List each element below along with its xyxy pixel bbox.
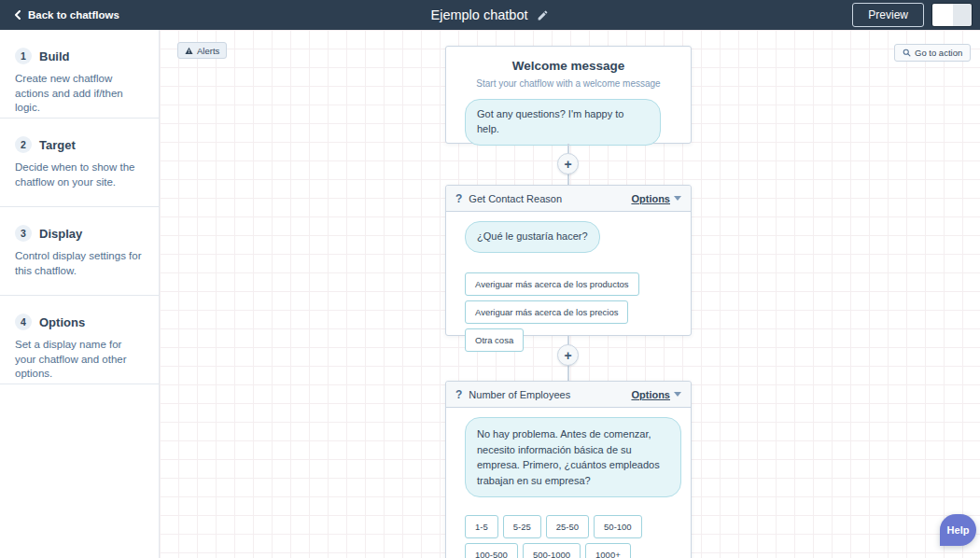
node-body: No hay problema. Antes de comenzar, nece… [446, 408, 691, 558]
step-title: Options [39, 315, 85, 329]
quick-reply-button[interactable]: 500-1000 [523, 543, 581, 558]
help-button[interactable]: Help [940, 514, 976, 546]
steps-sidebar: 1 Build Create new chatflow actions and … [0, 30, 160, 558]
alerts-label: Alerts [197, 46, 219, 56]
quick-reply-buttons: Averiguar más acerca de los productos Av… [465, 272, 681, 352]
add-action-button[interactable]: + [557, 344, 579, 366]
options-label: Options [631, 389, 670, 400]
quick-reply-button[interactable]: Otra cosa [465, 328, 524, 352]
back-label: Back to chatflows [28, 9, 119, 21]
step-title: Build [39, 49, 70, 63]
preview-button[interactable]: Preview [852, 3, 924, 27]
sidebar-step-build[interactable]: 1 Build Create new chatflow actions and … [0, 30, 159, 119]
back-to-chatflows-link[interactable]: Back to chatflows [13, 9, 119, 21]
quick-reply-button[interactable]: 1000+ [585, 543, 631, 558]
node-options-dropdown[interactable]: Options [631, 389, 681, 400]
quick-reply-button[interactable]: 100-500 [465, 543, 518, 558]
step-description: Set a display name for your chatflow and… [15, 338, 144, 382]
node-title: Get Contact Reason [469, 193, 562, 204]
warning-triangle-icon [185, 47, 193, 55]
quick-reply-button[interactable]: 25-50 [546, 515, 589, 538]
go-to-action-label: Go to action [915, 48, 962, 58]
alerts-button[interactable]: Alerts [177, 42, 227, 59]
quick-reply-button[interactable]: 5-25 [503, 515, 541, 538]
sidebar-step-target[interactable]: 2 Target Decide when to show the chatflo… [0, 119, 159, 207]
node-options-dropdown[interactable]: Options [631, 193, 681, 204]
quick-reply-button[interactable]: Averiguar más acerca de los precios [465, 300, 628, 324]
search-icon [903, 49, 911, 57]
chevron-left-icon [13, 10, 22, 20]
step-title: Display [39, 227, 82, 241]
welcome-chat-bubble[interactable]: Got any questions? I'm happy to help. [465, 99, 661, 146]
node-header: ? Get Contact Reason Options [446, 186, 691, 212]
step-description: Decide when to show the chatflow on your… [15, 160, 144, 189]
sidebar-step-display[interactable]: 3 Display Control display settings for t… [0, 207, 159, 296]
sidebar-step-options[interactable]: 4 Options Set a display name for your ch… [0, 296, 159, 384]
step-description: Create new chatflow actions and add if/t… [15, 72, 144, 116]
node-chat-bubble[interactable]: ¿Qué le gustaría hacer? [465, 221, 600, 253]
question-icon: ? [455, 388, 462, 401]
node-header: ? Number of Employees Options [446, 382, 691, 408]
node-body: ¿Qué le gustaría hacer? Averiguar más ac… [446, 212, 691, 352]
step-number-badge: 2 [15, 136, 32, 153]
go-to-action-button[interactable]: Go to action [894, 44, 971, 62]
node-number-of-employees[interactable]: ? Number of Employees Options No hay pro… [445, 381, 692, 558]
node-title: Number of Employees [469, 389, 570, 400]
toggle-knob [932, 4, 953, 26]
options-label: Options [631, 193, 670, 204]
step-description: Control display settings for this chatfl… [15, 249, 144, 278]
question-icon: ? [455, 192, 462, 205]
publish-toggle[interactable] [931, 3, 973, 27]
welcome-card-subtitle: Start your chatflow with a welcome messa… [446, 78, 691, 89]
step-title: Target [39, 138, 76, 152]
step-number-badge: 3 [15, 225, 32, 242]
quick-reply-button[interactable]: 1-5 [465, 515, 498, 538]
quick-reply-buttons: 1-5 5-25 25-50 50-100 100-500 500-1000 1… [465, 515, 661, 558]
chevron-down-icon [674, 196, 681, 201]
chevron-down-icon [674, 392, 681, 397]
quick-reply-button[interactable]: Averiguar más acerca de los productos [465, 272, 639, 296]
node-get-contact-reason[interactable]: ? Get Contact Reason Options ¿Qué le gus… [445, 185, 692, 336]
welcome-card-title: Welcome message [446, 59, 691, 73]
chatflow-title: Ejemplo chatbot [431, 7, 528, 22]
chatflow-canvas[interactable]: Alerts Go to action Welcome message Star… [160, 30, 980, 558]
quick-reply-button[interactable]: 50-100 [594, 515, 642, 538]
edit-pencil-icon[interactable] [537, 9, 549, 21]
toggle-track [953, 4, 972, 26]
step-number-badge: 4 [15, 314, 32, 330]
step-number-badge: 1 [15, 48, 32, 64]
add-action-button[interactable]: + [557, 153, 579, 174]
welcome-message-card[interactable]: Welcome message Start your chatflow with… [445, 46, 692, 144]
top-bar: Back to chatflows Ejemplo chatbot Previe… [0, 0, 980, 30]
node-chat-bubble[interactable]: No hay problema. Antes de comenzar, nece… [465, 417, 681, 497]
